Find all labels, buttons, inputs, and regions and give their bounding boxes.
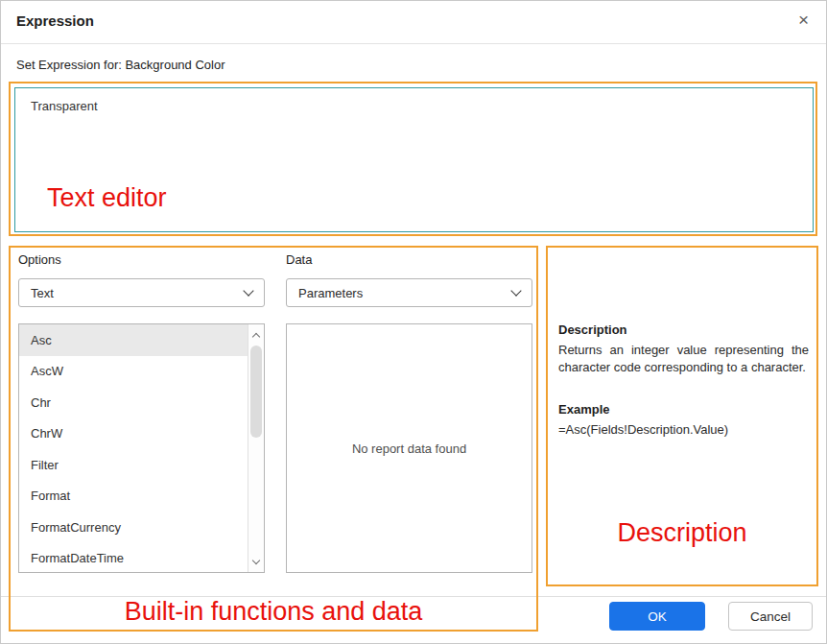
close-icon[interactable]: ×	[798, 11, 809, 29]
example-heading: Example	[558, 402, 609, 417]
data-list-empty: No report data found	[286, 323, 532, 573]
dialog-header: Expression ×	[1, 1, 826, 44]
list-item-format[interactable]: Format	[19, 481, 248, 513]
annotation-label-description: Description	[546, 518, 818, 548]
data-category-value: Parameters	[298, 286, 363, 300]
list-item-asc[interactable]: Asc	[19, 324, 248, 356]
empty-message: No report data found	[352, 441, 466, 456]
data-label: Data	[286, 252, 312, 267]
chevron-down-icon	[243, 285, 253, 296]
list-item-chr[interactable]: Chr	[19, 387, 248, 418]
description-body: Returns an integer value representing th…	[558, 342, 809, 376]
cancel-button[interactable]: Cancel	[728, 602, 813, 631]
options-label: Options	[18, 252, 61, 267]
list-item-formatdatetime[interactable]: FormatDateTime	[19, 543, 248, 574]
scroll-up-button[interactable]	[248, 327, 264, 343]
footer-divider	[1, 596, 827, 597]
expression-text-editor[interactable]: Transparent	[14, 87, 814, 232]
list-item-chrw[interactable]: ChrW	[19, 418, 248, 450]
list-item-filter[interactable]: Filter	[19, 449, 248, 481]
example-code: =Asc(Fields!Description.Value)	[558, 422, 728, 437]
chevron-down-icon	[252, 556, 260, 563]
chevron-down-icon	[510, 285, 521, 296]
scrollbar-thumb[interactable]	[250, 346, 262, 438]
functions-list-scrollbar[interactable]	[248, 324, 264, 572]
annotation-label-builtin-functions: Built-in functions and data	[9, 597, 538, 627]
data-category-dropdown[interactable]: Parameters	[286, 278, 532, 307]
ok-button[interactable]: OK	[609, 602, 705, 631]
scroll-down-button[interactable]	[248, 554, 264, 569]
description-heading: Description	[558, 322, 627, 337]
options-category-value: Text	[31, 286, 54, 300]
set-expression-for-label: Set Expression for: Background Color	[16, 58, 225, 72]
list-item-formatcurrency[interactable]: FormatCurrency	[19, 512, 248, 543]
dialog-title: Expression	[16, 12, 94, 29]
functions-list-items: Asc AscW Chr ChrW Filter Format FormatCu…	[19, 324, 248, 572]
functions-list[interactable]: Asc AscW Chr ChrW Filter Format FormatCu…	[18, 323, 265, 573]
list-item-ascw[interactable]: AscW	[19, 356, 248, 388]
expression-dialog: Expression × Set Expression for: Backgro…	[0, 0, 827, 644]
options-category-dropdown[interactable]: Text	[18, 278, 265, 307]
chevron-up-icon	[252, 332, 260, 340]
expression-value: Transparent	[31, 99, 98, 113]
